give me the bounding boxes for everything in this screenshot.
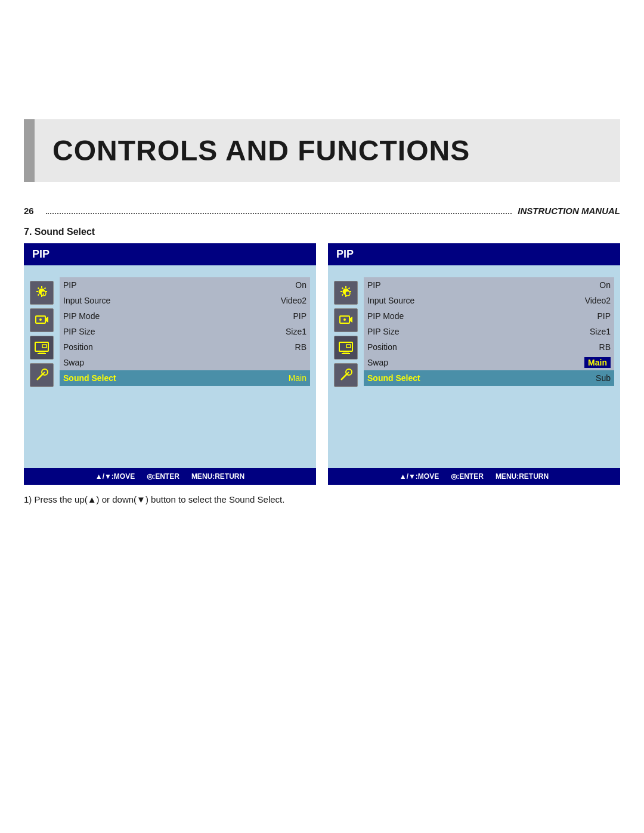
pip-header-left: PIP bbox=[24, 243, 316, 265]
footer-enter-left: ◎:ENTER bbox=[147, 472, 179, 481]
menu-value-pip-r: On bbox=[599, 280, 611, 290]
pip-footer-right: ▲/▼:MOVE ◎:ENTER MENU:RETURN bbox=[328, 468, 620, 485]
menu-label-mode: PIP Mode bbox=[63, 311, 293, 321]
icon-monitor-left bbox=[30, 336, 54, 360]
menu-label-mode-r: PIP Mode bbox=[367, 311, 597, 321]
svg-line-28 bbox=[349, 288, 350, 289]
menu-group-gray-left: PIP On Input Source Video2 PIP Mode PIP … bbox=[60, 277, 310, 370]
pip-panel-right: PIP bbox=[328, 243, 620, 485]
page-title: CONTROLS AND FUNCTIONS bbox=[35, 119, 488, 182]
pip-icons-right bbox=[334, 271, 359, 462]
page-dots bbox=[46, 208, 512, 214]
icon-tools-right bbox=[334, 363, 358, 387]
page-number: 26 bbox=[24, 206, 34, 216]
footer-menu-right: MENU:RETURN bbox=[496, 472, 549, 481]
menu-label-swap-r: Swap bbox=[367, 358, 584, 367]
menu-label-swap: Swap bbox=[63, 358, 306, 367]
menu-label-size-r: PIP Size bbox=[367, 327, 590, 336]
menu-label-position-r: Position bbox=[367, 342, 599, 352]
footer-enter-right: ◎:ENTER bbox=[451, 472, 484, 481]
svg-rect-15 bbox=[39, 351, 45, 352]
icon-monitor-right bbox=[334, 336, 358, 360]
menu-value-input-r: Video2 bbox=[585, 296, 611, 305]
footer-move-right: ▲/▼:MOVE bbox=[400, 472, 439, 481]
menu-row-mode-left: PIP Mode PIP bbox=[60, 308, 310, 324]
svg-line-29 bbox=[342, 295, 343, 296]
pip-body-right: PIP On Input Source Video2 PIP Mode PIP … bbox=[328, 265, 620, 468]
icon-brightness-right bbox=[334, 281, 358, 305]
svg-rect-17 bbox=[42, 345, 47, 348]
menu-row-mode-right: PIP Mode PIP bbox=[364, 308, 614, 324]
pip-body-left: ● bbox=[24, 265, 316, 468]
menu-value-sound-left: Main bbox=[289, 373, 306, 383]
header-accent-bar bbox=[24, 119, 35, 182]
svg-line-8 bbox=[38, 295, 39, 296]
menu-row-input-right: Input Source Video2 bbox=[364, 293, 614, 308]
menu-value-sound-right: Sub bbox=[596, 373, 611, 383]
menu-row-pip-left: PIP On bbox=[60, 277, 310, 293]
menu-row-pip-right: PIP On bbox=[364, 277, 614, 293]
pip-panels-container: PIP bbox=[24, 243, 620, 485]
menu-label-pip-r: PIP bbox=[367, 280, 599, 290]
menu-value-position-r: RB bbox=[599, 342, 611, 352]
menu-label-input-r: Input Source bbox=[367, 296, 585, 305]
svg-line-40 bbox=[347, 372, 349, 374]
menu-row-swap-right: Swap Main bbox=[364, 355, 614, 370]
svg-rect-37 bbox=[346, 345, 351, 348]
svg-line-38 bbox=[341, 374, 347, 380]
pip-footer-left: ▲/▼:MOVE ◎:ENTER MENU:RETURN bbox=[24, 468, 316, 485]
svg-line-5 bbox=[38, 288, 39, 289]
menu-group-gray-right: PIP On Input Source Video2 PIP Mode PIP … bbox=[364, 277, 614, 370]
svg-point-33 bbox=[343, 318, 346, 321]
menu-value-size-r: Size1 bbox=[590, 327, 611, 336]
menu-row-input-left: Input Source Video2 bbox=[60, 293, 310, 308]
svg-line-18 bbox=[37, 374, 43, 380]
menu-label-position: Position bbox=[63, 342, 295, 352]
icon-input-left bbox=[30, 308, 54, 332]
menu-value-pip: On bbox=[295, 280, 306, 290]
menu-label-size: PIP Size bbox=[63, 327, 286, 336]
icon-brightness-left: ● bbox=[30, 281, 54, 305]
svg-line-7 bbox=[45, 288, 46, 289]
menu-value-input: Video2 bbox=[281, 296, 306, 305]
menu-label-input: Input Source bbox=[63, 296, 281, 305]
manual-title: INSTRUCTION MANUAL bbox=[518, 206, 620, 216]
menu-row-size-left: PIP Size Size1 bbox=[60, 324, 310, 339]
pip-panel-left: PIP bbox=[24, 243, 316, 485]
svg-point-30 bbox=[345, 291, 350, 296]
menu-label-sound-right: Sound Select bbox=[367, 373, 596, 383]
menu-label-pip: PIP bbox=[63, 280, 295, 290]
svg-line-20 bbox=[43, 372, 45, 374]
svg-rect-35 bbox=[343, 351, 349, 352]
menu-row-sound-left: Sound Select Main bbox=[60, 370, 310, 386]
icon-input-right bbox=[334, 308, 358, 332]
instruction-text: 1) Press the up(▲) or down(▼) button to … bbox=[24, 494, 620, 504]
menu-row-position-right: Position RB bbox=[364, 339, 614, 355]
section-header: CONTROLS AND FUNCTIONS bbox=[24, 119, 620, 182]
svg-line-26 bbox=[342, 288, 343, 289]
icon-tools-left bbox=[30, 363, 54, 387]
footer-menu-left: MENU:RETURN bbox=[191, 472, 244, 481]
footer-move-left: ▲/▼:MOVE bbox=[95, 472, 135, 481]
menu-label-sound-left: Sound Select bbox=[63, 373, 289, 383]
menu-value-size: Size1 bbox=[286, 327, 306, 336]
menu-value-mode: PIP bbox=[293, 311, 306, 321]
menu-row-position-left: Position RB bbox=[60, 339, 310, 355]
menu-row-sound-right: Sound Select Sub bbox=[364, 370, 614, 386]
menu-value-mode-r: PIP bbox=[597, 311, 611, 321]
menu-value-swap-r-selected: Main bbox=[584, 357, 611, 368]
section-number: 7. bbox=[24, 227, 32, 237]
pip-icons-left: ● bbox=[30, 271, 55, 462]
svg-point-13 bbox=[39, 318, 42, 321]
pip-menu-left: PIP On Input Source Video2 PIP Mode PIP … bbox=[60, 271, 310, 462]
pip-menu-right: PIP On Input Source Video2 PIP Mode PIP … bbox=[364, 271, 614, 462]
pip-header-right: PIP bbox=[328, 243, 620, 265]
menu-value-position: RB bbox=[295, 342, 306, 352]
page-info-bar: 26 INSTRUCTION MANUAL bbox=[24, 206, 620, 216]
section-title: 7. Sound Select bbox=[24, 227, 620, 237]
section-label: Sound Select bbox=[35, 227, 95, 237]
svg-text:●: ● bbox=[42, 292, 45, 296]
menu-row-size-right: PIP Size Size1 bbox=[364, 324, 614, 339]
menu-row-swap-left: Swap bbox=[60, 355, 310, 370]
